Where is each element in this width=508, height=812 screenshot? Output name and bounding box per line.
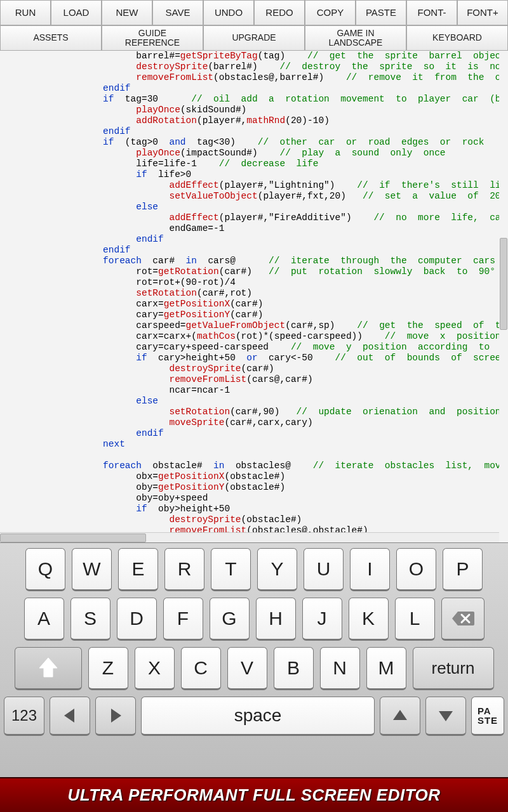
key-e[interactable]: E [118, 548, 158, 591]
key-arrow-left[interactable] [50, 697, 90, 736]
horizontal-scrollbar[interactable] [0, 532, 499, 542]
horizontal-scrollbar-thumb[interactable] [0, 534, 146, 542]
key-arrow-up[interactable] [380, 697, 420, 736]
key-arrow-down[interactable] [425, 697, 466, 736]
key-space[interactable]: space [141, 697, 375, 736]
toolbar-upgrade[interactable]: UPGRADE [203, 25, 305, 51]
key-g[interactable]: G [210, 598, 250, 641]
key-n[interactable]: N [320, 647, 360, 690]
vertical-scrollbar-thumb[interactable] [500, 238, 507, 330]
key-s[interactable]: S [70, 598, 110, 641]
toolbar-guide-reference[interactable]: GUIDE REFERENCE [102, 25, 203, 51]
code-editor[interactable]: barrel#=getSpriteByTag(tag) // get the s… [0, 51, 508, 542]
key-i[interactable]: I [350, 548, 390, 591]
key-numeric[interactable]: 123 [4, 697, 44, 736]
toolbar-copy[interactable]: COPY [305, 0, 356, 25]
key-return[interactable]: return [413, 647, 494, 690]
key-c[interactable]: C [181, 647, 221, 690]
key-x[interactable]: X [135, 647, 175, 690]
toolbar-font[interactable]: FONT- [406, 0, 457, 25]
toolbar-run[interactable]: RUN [0, 0, 51, 25]
key-r[interactable]: R [164, 548, 204, 591]
footer-banner-text: ULTRA PERFORMANT FULL SCREEN EDITOR [67, 785, 440, 805]
key-h[interactable]: H [256, 598, 296, 641]
virtual-keyboard: QWERTYUIOP ASDFGHJKL ZXCVBNMreturn 123sp… [0, 542, 508, 777]
key-l[interactable]: L [395, 598, 435, 641]
toolbar-game-in-landscape[interactable]: GAME IN LANDSCAPE [305, 25, 406, 51]
key-v[interactable]: V [227, 647, 267, 690]
toolbar-font[interactable]: FONT+ [457, 0, 508, 25]
toolbar-row-2: ASSETSGUIDE REFERENCEUPGRADEGAME IN LAND… [0, 25, 508, 51]
key-m[interactable]: M [366, 647, 406, 690]
key-u[interactable]: U [304, 548, 344, 591]
toolbar-keyboard[interactable]: KEYBOARD [406, 25, 508, 51]
toolbar-save[interactable]: SAVE [152, 0, 203, 25]
toolbar-assets[interactable]: ASSETS [0, 25, 102, 51]
key-w[interactable]: W [72, 548, 112, 591]
toolbar-paste[interactable]: PASTE [356, 0, 406, 25]
toolbar-new[interactable]: NEW [102, 0, 152, 25]
toolbar-row-1: RUNLOADNEWSAVEUNDOREDOCOPYPASTEFONT-FONT… [0, 0, 508, 25]
key-backspace[interactable] [441, 598, 485, 641]
key-paste[interactable]: PA STE [471, 697, 504, 736]
footer-banner: ULTRA PERFORMANT FULL SCREEN EDITOR [0, 777, 508, 812]
toolbar-load[interactable]: LOAD [51, 0, 102, 25]
key-arrow-right[interactable] [95, 697, 136, 736]
key-a[interactable]: A [24, 598, 64, 641]
key-d[interactable]: D [117, 598, 157, 641]
key-j[interactable]: J [302, 598, 342, 641]
key-t[interactable]: T [211, 548, 251, 591]
key-y[interactable]: Y [257, 548, 297, 591]
toolbar-undo[interactable]: UNDO [203, 0, 254, 25]
key-shift[interactable] [15, 647, 82, 690]
key-f[interactable]: F [163, 598, 203, 641]
toolbar-redo[interactable]: REDO [254, 0, 305, 25]
vertical-scrollbar[interactable] [499, 51, 508, 532]
key-b[interactable]: B [274, 647, 314, 690]
key-q[interactable]: Q [25, 548, 65, 591]
key-k[interactable]: K [349, 598, 389, 641]
key-z[interactable]: Z [88, 647, 128, 690]
key-p[interactable]: P [443, 548, 483, 591]
key-o[interactable]: O [396, 548, 436, 591]
